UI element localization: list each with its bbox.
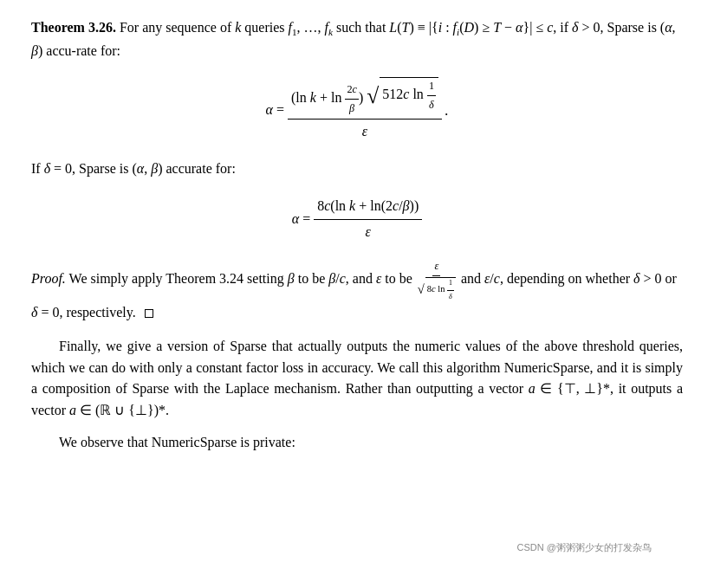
frac1-denominator: ε <box>359 120 371 143</box>
frac1-numerator: (ln k + ln 2cβ) √ 512c ln 1δ <box>288 77 442 120</box>
sqrt-content2: 8c ln 1δ <box>425 277 456 302</box>
proof-body: We simply apply Theorem 3.24 setting β t… <box>31 271 677 320</box>
paragraph1: Finally, we give a version of Sparse tha… <box>31 336 683 422</box>
formula1-container: α = (ln k + ln 2cβ) √ 512c ln 1δ ε . <box>31 77 683 143</box>
proof-block: Proof. We simply apply Theorem 3.24 sett… <box>31 258 683 323</box>
proof-frac-den: √ 8c ln 1δ <box>416 276 458 302</box>
sqrt-8c: √ 8c ln 1δ <box>418 277 456 302</box>
page-wrapper: Theorem 3.26. For any sequence of k quer… <box>31 17 683 571</box>
formula1-period: . <box>445 99 448 122</box>
paragraph1-text: Finally, we give a version of Sparse tha… <box>31 336 683 422</box>
sqrt-symbol2: √ <box>418 283 425 296</box>
proof-inline-frac: ε √ 8c ln 1δ <box>416 258 458 302</box>
delta0-statement: If δ = 0, Sparse is (α, β) accurate for: <box>31 158 683 180</box>
proof-frac-num: ε <box>432 258 440 276</box>
proof-text: Proof. We simply apply Theorem 3.24 sett… <box>31 258 683 323</box>
paragraph2-text: We observe that NumericSparse is private… <box>31 432 683 454</box>
fraction1: (ln k + ln 2cβ) √ 512c ln 1δ ε <box>288 77 442 143</box>
fraction2: 8c(ln k + ln(2c/β)) ε <box>314 196 422 243</box>
alpha-eq-label2: α = <box>292 209 314 230</box>
theorem-block: Theorem 3.26. For any sequence of k quer… <box>31 17 683 242</box>
sqrt-content1: 512c ln 1δ <box>380 77 438 113</box>
proof-label: Proof. <box>31 271 66 286</box>
frac2-numerator: 8c(ln k + ln(2c/β)) <box>314 196 422 220</box>
alpha-eq-label: α = <box>266 100 288 121</box>
paragraph2: We observe that NumericSparse is private… <box>31 432 683 454</box>
watermark-text: CSDN @粥粥粥少女的打发杂鸟 <box>517 542 652 552</box>
inline-frac-1-delta2: 1δ <box>447 278 454 302</box>
frac2-denominator: ε <box>362 220 374 243</box>
theorem-label: Theorem 3.26. <box>31 20 116 35</box>
page-content: Theorem 3.26. For any sequence of k quer… <box>31 17 683 454</box>
theorem-statement: Theorem 3.26. For any sequence of k quer… <box>31 17 683 61</box>
inline-frac-2c-beta: 2cβ <box>345 81 359 117</box>
qed-symbol <box>145 309 153 318</box>
formula2-container: α = 8c(ln k + ln(2c/β)) ε <box>31 196 683 243</box>
inline-frac-1-delta: 1δ <box>427 78 436 113</box>
theorem-text1: For any sequence of k queries f1, …, fk … <box>31 20 676 58</box>
sqrt-512c: √ 512c ln 1δ <box>367 77 438 113</box>
watermark: CSDN @粥粥粥少女的打发杂鸟 <box>517 540 652 555</box>
sqrt-symbol1: √ <box>367 85 379 107</box>
